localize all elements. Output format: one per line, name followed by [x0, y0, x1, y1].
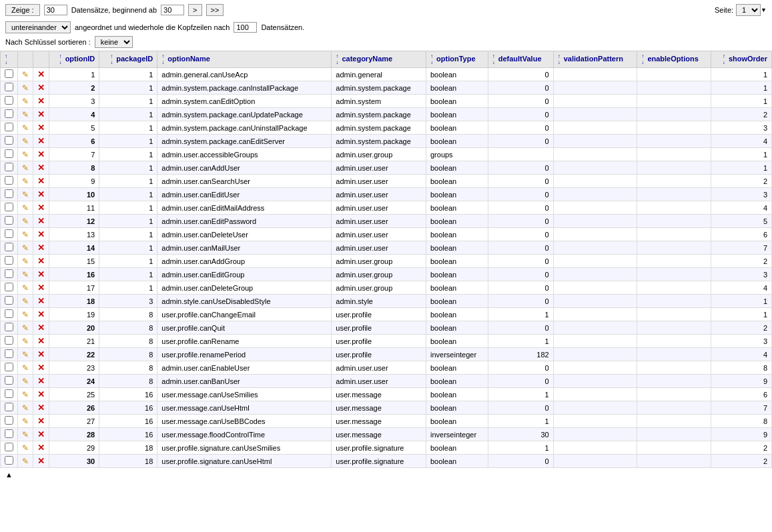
edit-icon[interactable]: ✎: [22, 243, 29, 253]
row-checkbox[interactable]: [5, 243, 13, 251]
row-checkbox[interactable]: [5, 96, 13, 105]
row-checkbox[interactable]: [5, 189, 13, 198]
delete-icon[interactable]: ✕: [37, 149, 45, 159]
delete-icon[interactable]: ✕: [37, 403, 45, 413]
edit-icon[interactable]: ✎: [22, 323, 29, 333]
edit-icon[interactable]: ✎: [22, 110, 29, 119]
edit-icon[interactable]: ✎: [22, 443, 29, 453]
delete-icon[interactable]: ✕: [37, 203, 45, 213]
delete-icon[interactable]: ✕: [37, 269, 45, 279]
edit-icon[interactable]: ✎: [22, 337, 29, 346]
row-checkbox[interactable]: [5, 69, 13, 78]
edit-icon[interactable]: ✎: [22, 150, 29, 159]
edit-icon[interactable]: ✎: [22, 217, 29, 226]
edit-icon[interactable]: ✎: [22, 177, 29, 186]
delete-icon[interactable]: ✕: [37, 123, 45, 133]
col-header-validationpattern[interactable]: ↑↓ validationPattern: [553, 51, 637, 68]
col-header-enableoptions[interactable]: ↑↓ enableOptions: [637, 51, 711, 68]
row-checkbox[interactable]: [5, 349, 13, 358]
col-header-optionid[interactable]: ↑↓ optionID: [49, 51, 99, 68]
arrange-select[interactable]: untereinander: [5, 21, 71, 33]
edit-icon[interactable]: ✎: [22, 403, 29, 413]
delete-icon[interactable]: ✕: [37, 69, 45, 79]
row-checkbox[interactable]: [5, 269, 13, 278]
delete-icon[interactable]: ✕: [37, 109, 45, 119]
delete-icon[interactable]: ✕: [37, 189, 45, 199]
delete-icon[interactable]: ✕: [37, 176, 45, 186]
nav-forward-button[interactable]: >: [188, 4, 202, 16]
edit-icon[interactable]: ✎: [22, 97, 29, 106]
row-checkbox[interactable]: [5, 416, 13, 425]
row-checkbox[interactable]: [5, 309, 13, 318]
edit-icon[interactable]: ✎: [22, 283, 29, 293]
row-checkbox[interactable]: [5, 429, 13, 438]
starting-from-input[interactable]: [161, 5, 184, 15]
row-checkbox[interactable]: [5, 123, 13, 131]
edit-icon[interactable]: ✎: [22, 377, 29, 386]
delete-icon[interactable]: ✕: [37, 309, 45, 319]
row-checkbox[interactable]: [5, 203, 13, 211]
row-checkbox[interactable]: [5, 389, 13, 398]
edit-icon[interactable]: ✎: [22, 363, 29, 373]
delete-icon[interactable]: ✕: [37, 163, 45, 173]
edit-icon[interactable]: ✎: [22, 430, 29, 439]
edit-icon[interactable]: ✎: [22, 137, 29, 146]
row-checkbox[interactable]: [5, 163, 13, 171]
col-header-categoryname[interactable]: ↑↓ categoryName: [332, 51, 426, 68]
edit-icon[interactable]: ✎: [22, 203, 29, 213]
row-checkbox[interactable]: [5, 363, 13, 371]
row-checkbox[interactable]: [5, 149, 13, 158]
row-checkbox[interactable]: [5, 336, 13, 345]
delete-icon[interactable]: ✕: [37, 456, 45, 466]
delete-icon[interactable]: ✕: [37, 83, 45, 93]
delete-icon[interactable]: ✕: [37, 349, 45, 359]
row-checkbox[interactable]: [5, 216, 13, 225]
row-checkbox[interactable]: [5, 283, 13, 291]
edit-icon[interactable]: ✎: [22, 310, 29, 319]
row-checkbox[interactable]: [5, 83, 13, 91]
col-header-optiontype[interactable]: ↑↓ optionType: [426, 51, 488, 68]
delete-icon[interactable]: ✕: [37, 363, 45, 373]
edit-icon[interactable]: ✎: [22, 123, 29, 133]
row-checkbox[interactable]: [5, 256, 13, 265]
delete-icon[interactable]: ✕: [37, 336, 45, 346]
delete-icon[interactable]: ✕: [37, 243, 45, 253]
show-input[interactable]: [44, 5, 67, 15]
delete-icon[interactable]: ✕: [37, 389, 45, 399]
delete-icon[interactable]: ✕: [37, 216, 45, 226]
edit-icon[interactable]: ✎: [22, 83, 29, 93]
delete-icon[interactable]: ✕: [37, 296, 45, 306]
row-checkbox[interactable]: [5, 323, 13, 331]
col-header-packageid[interactable]: ↑↓ packageID: [99, 51, 157, 68]
sort-select[interactable]: keine: [95, 36, 133, 48]
delete-icon[interactable]: ✕: [37, 376, 45, 386]
page-select[interactable]: 1: [736, 4, 761, 16]
row-checkbox[interactable]: [5, 109, 13, 118]
edit-icon[interactable]: ✎: [22, 270, 29, 279]
delete-icon[interactable]: ✕: [37, 256, 45, 266]
row-checkbox[interactable]: [5, 456, 13, 465]
row-checkbox[interactable]: [5, 136, 13, 145]
row-checkbox[interactable]: [5, 296, 13, 305]
row-checkbox[interactable]: [5, 443, 13, 451]
delete-icon[interactable]: ✕: [37, 283, 45, 293]
nav-fast-forward-button[interactable]: >>: [206, 4, 224, 16]
delete-icon[interactable]: ✕: [37, 416, 45, 426]
edit-icon[interactable]: ✎: [22, 350, 29, 359]
edit-icon[interactable]: ✎: [22, 257, 29, 266]
delete-icon[interactable]: ✕: [37, 136, 45, 146]
delete-icon[interactable]: ✕: [37, 323, 45, 333]
col-header-showorder[interactable]: ↑↓ showOrder: [711, 51, 772, 68]
row-checkbox[interactable]: [5, 403, 13, 411]
col-header-defaultvalue[interactable]: ↑↓ defaultValue: [488, 51, 553, 68]
edit-icon[interactable]: ✎: [22, 230, 29, 239]
row-checkbox[interactable]: [5, 376, 13, 385]
edit-icon[interactable]: ✎: [22, 417, 29, 426]
edit-icon[interactable]: ✎: [22, 163, 29, 173]
row-checkbox[interactable]: [5, 229, 13, 238]
show-button[interactable]: Zeige :: [5, 4, 40, 16]
delete-icon[interactable]: ✕: [37, 443, 45, 453]
edit-icon[interactable]: ✎: [22, 190, 29, 199]
delete-icon[interactable]: ✕: [37, 96, 45, 106]
row-checkbox[interactable]: [5, 176, 13, 185]
